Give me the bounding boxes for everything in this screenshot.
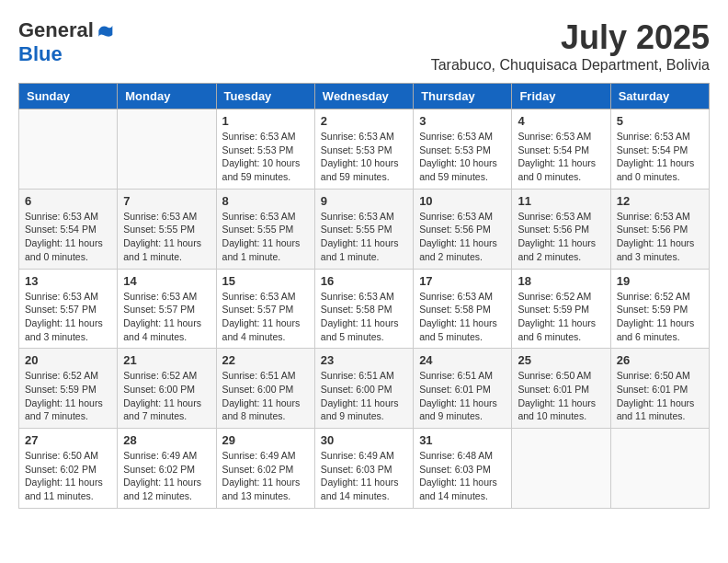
- day-number: 8: [222, 194, 309, 208]
- day-number: 27: [25, 433, 111, 447]
- logo: General Blue: [18, 18, 114, 66]
- calendar-cell: 7Sunrise: 6:53 AMSunset: 5:55 PMDaylight…: [118, 189, 216, 269]
- day-detail: Sunrise: 6:53 AMSunset: 5:54 PMDaylight:…: [518, 130, 604, 184]
- day-detail: Sunrise: 6:53 AMSunset: 5:57 PMDaylight:…: [222, 290, 309, 344]
- calendar-cell: 30Sunrise: 6:49 AMSunset: 6:03 PMDayligh…: [314, 429, 413, 509]
- day-detail: Sunrise: 6:49 AMSunset: 6:02 PMDaylight:…: [222, 449, 309, 503]
- day-number: 25: [518, 353, 604, 367]
- column-header-saturday: Saturday: [610, 84, 709, 109]
- day-detail: Sunrise: 6:53 AMSunset: 5:53 PMDaylight:…: [222, 130, 309, 184]
- calendar-week-row: 1Sunrise: 6:53 AMSunset: 5:53 PMDaylight…: [19, 109, 710, 190]
- calendar-header-row: SundayMondayTuesdayWednesdayThursdayFrid…: [19, 84, 710, 109]
- calendar-cell: 19Sunrise: 6:52 AMSunset: 5:59 PMDayligh…: [610, 269, 709, 349]
- day-number: 19: [617, 274, 703, 288]
- day-number: 10: [419, 194, 506, 208]
- calendar-cell: 23Sunrise: 6:51 AMSunset: 6:00 PMDayligh…: [314, 349, 413, 429]
- day-number: 22: [222, 353, 309, 367]
- calendar-cell: 25Sunrise: 6:50 AMSunset: 6:01 PMDayligh…: [512, 349, 610, 429]
- calendar-week-row: 20Sunrise: 6:52 AMSunset: 5:59 PMDayligh…: [19, 349, 710, 429]
- calendar-cell: 15Sunrise: 6:53 AMSunset: 5:57 PMDayligh…: [216, 269, 314, 349]
- calendar-cell: 10Sunrise: 6:53 AMSunset: 5:56 PMDayligh…: [414, 189, 512, 269]
- calendar-cell: 11Sunrise: 6:53 AMSunset: 5:56 PMDayligh…: [512, 189, 610, 269]
- day-detail: Sunrise: 6:50 AMSunset: 6:02 PMDaylight:…: [25, 449, 111, 503]
- day-number: 1: [222, 114, 309, 128]
- day-number: 24: [419, 353, 506, 367]
- day-detail: Sunrise: 6:53 AMSunset: 5:53 PMDaylight:…: [321, 130, 407, 184]
- day-number: 31: [419, 433, 506, 447]
- day-detail: Sunrise: 6:53 AMSunset: 5:57 PMDaylight:…: [123, 290, 210, 344]
- calendar-cell: 31Sunrise: 6:48 AMSunset: 6:03 PMDayligh…: [414, 429, 512, 509]
- column-header-monday: Monday: [118, 84, 216, 109]
- day-number: 16: [321, 274, 407, 288]
- day-number: 7: [123, 194, 210, 208]
- day-detail: Sunrise: 6:48 AMSunset: 6:03 PMDaylight:…: [419, 449, 506, 503]
- calendar-cell: [610, 429, 709, 509]
- day-number: 17: [419, 274, 506, 288]
- calendar-cell: 13Sunrise: 6:53 AMSunset: 5:57 PMDayligh…: [19, 269, 118, 349]
- day-detail: Sunrise: 6:53 AMSunset: 5:53 PMDaylight:…: [419, 130, 506, 184]
- calendar-cell: 9Sunrise: 6:53 AMSunset: 5:55 PMDaylight…: [314, 189, 413, 269]
- day-number: 14: [123, 274, 210, 288]
- day-detail: Sunrise: 6:50 AMSunset: 6:01 PMDaylight:…: [518, 369, 604, 423]
- day-number: 15: [222, 274, 309, 288]
- day-detail: Sunrise: 6:52 AMSunset: 5:59 PMDaylight:…: [518, 290, 604, 344]
- day-number: 2: [321, 114, 407, 128]
- location-subtitle: Tarabuco, Chuquisaca Department, Bolivia: [431, 57, 710, 74]
- day-detail: Sunrise: 6:52 AMSunset: 5:59 PMDaylight:…: [617, 290, 703, 344]
- calendar-cell: 28Sunrise: 6:49 AMSunset: 6:02 PMDayligh…: [118, 429, 216, 509]
- calendar-table: SundayMondayTuesdayWednesdayThursdayFrid…: [18, 83, 710, 509]
- day-number: 30: [321, 433, 407, 447]
- logo-icon: [96, 21, 114, 40]
- logo-blue: Blue: [18, 42, 63, 66]
- day-number: 23: [321, 353, 407, 367]
- day-detail: Sunrise: 6:53 AMSunset: 5:54 PMDaylight:…: [25, 210, 111, 264]
- calendar-cell: 16Sunrise: 6:53 AMSunset: 5:58 PMDayligh…: [314, 269, 413, 349]
- column-header-thursday: Thursday: [414, 84, 512, 109]
- calendar-cell: 27Sunrise: 6:50 AMSunset: 6:02 PMDayligh…: [19, 429, 118, 509]
- column-header-sunday: Sunday: [19, 84, 118, 109]
- day-number: 26: [617, 353, 703, 367]
- calendar-cell: 8Sunrise: 6:53 AMSunset: 5:55 PMDaylight…: [216, 189, 314, 269]
- day-detail: Sunrise: 6:51 AMSunset: 6:00 PMDaylight:…: [321, 369, 407, 423]
- column-header-friday: Friday: [512, 84, 610, 109]
- calendar-cell: 18Sunrise: 6:52 AMSunset: 5:59 PMDayligh…: [512, 269, 610, 349]
- day-number: 20: [25, 353, 111, 367]
- calendar-cell: 24Sunrise: 6:51 AMSunset: 6:01 PMDayligh…: [414, 349, 512, 429]
- logo-general: General: [18, 18, 94, 42]
- calendar-cell: 12Sunrise: 6:53 AMSunset: 5:56 PMDayligh…: [610, 189, 709, 269]
- day-detail: Sunrise: 6:53 AMSunset: 5:58 PMDaylight:…: [321, 290, 407, 344]
- page-header: General Blue July 2025 Tarabuco, Chuquis…: [18, 18, 710, 74]
- day-number: 9: [321, 194, 407, 208]
- day-detail: Sunrise: 6:52 AMSunset: 5:59 PMDaylight:…: [25, 369, 111, 423]
- day-number: 3: [419, 114, 506, 128]
- calendar-week-row: 27Sunrise: 6:50 AMSunset: 6:02 PMDayligh…: [19, 429, 710, 509]
- day-detail: Sunrise: 6:53 AMSunset: 5:56 PMDaylight:…: [518, 210, 604, 264]
- day-number: 13: [25, 274, 111, 288]
- day-detail: Sunrise: 6:53 AMSunset: 5:54 PMDaylight:…: [617, 130, 703, 184]
- calendar-cell: 20Sunrise: 6:52 AMSunset: 5:59 PMDayligh…: [19, 349, 118, 429]
- day-detail: Sunrise: 6:53 AMSunset: 5:56 PMDaylight:…: [419, 210, 506, 264]
- day-number: 28: [123, 433, 210, 447]
- day-number: 4: [518, 114, 604, 128]
- column-header-wednesday: Wednesday: [314, 84, 413, 109]
- day-detail: Sunrise: 6:51 AMSunset: 6:01 PMDaylight:…: [419, 369, 506, 423]
- calendar-cell: 1Sunrise: 6:53 AMSunset: 5:53 PMDaylight…: [216, 109, 314, 190]
- day-detail: Sunrise: 6:53 AMSunset: 5:55 PMDaylight:…: [222, 210, 309, 264]
- title-block: July 2025 Tarabuco, Chuquisaca Departmen…: [431, 18, 710, 74]
- day-number: 21: [123, 353, 210, 367]
- day-detail: Sunrise: 6:53 AMSunset: 5:55 PMDaylight:…: [123, 210, 210, 264]
- calendar-cell: 5Sunrise: 6:53 AMSunset: 5:54 PMDaylight…: [610, 109, 709, 190]
- calendar-cell: [512, 429, 610, 509]
- calendar-cell: [19, 109, 118, 190]
- day-number: 12: [617, 194, 703, 208]
- day-number: 29: [222, 433, 309, 447]
- calendar-cell: 6Sunrise: 6:53 AMSunset: 5:54 PMDaylight…: [19, 189, 118, 269]
- calendar-cell: 14Sunrise: 6:53 AMSunset: 5:57 PMDayligh…: [118, 269, 216, 349]
- calendar-week-row: 13Sunrise: 6:53 AMSunset: 5:57 PMDayligh…: [19, 269, 710, 349]
- day-detail: Sunrise: 6:49 AMSunset: 6:02 PMDaylight:…: [123, 449, 210, 503]
- calendar-cell: 21Sunrise: 6:52 AMSunset: 6:00 PMDayligh…: [118, 349, 216, 429]
- calendar-cell: 4Sunrise: 6:53 AMSunset: 5:54 PMDaylight…: [512, 109, 610, 190]
- calendar-cell: 22Sunrise: 6:51 AMSunset: 6:00 PMDayligh…: [216, 349, 314, 429]
- day-detail: Sunrise: 6:52 AMSunset: 6:00 PMDaylight:…: [123, 369, 210, 423]
- calendar-cell: 2Sunrise: 6:53 AMSunset: 5:53 PMDaylight…: [314, 109, 413, 190]
